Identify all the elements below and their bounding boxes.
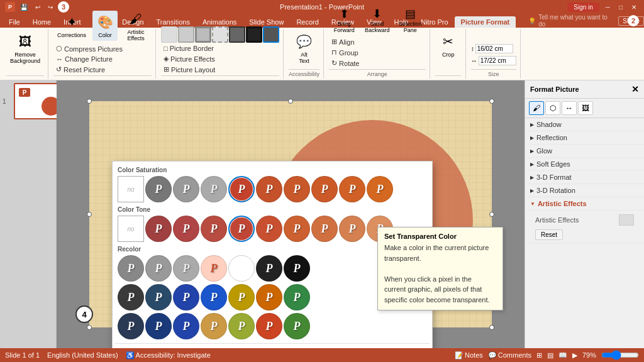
saturation-item-9[interactable]: P [367,176,393,202]
recolor-1-4[interactable]: P [201,255,227,282]
saturation-item-7[interactable]: P [311,176,338,202]
saturation-item-2[interactable]: P [173,176,199,202]
recolor-2-3[interactable]: P [173,284,199,310]
tab-record[interactable]: Record [290,16,325,28]
alt-text-btn[interactable]: 💬 AltText [292,30,317,68]
recolor-1-3[interactable]: P [173,255,199,282]
selection-handle-left[interactable] [87,212,92,217]
picture-layout-btn[interactable]: ⊞ Picture Layout [161,65,279,74]
tone-item-1[interactable]: P [145,216,172,242]
view-reading-btn[interactable]: 📖 [558,351,567,359]
recolor-3-2[interactable]: P [145,313,172,339]
selection-handle-bl[interactable] [87,325,92,330]
format-tab-image[interactable]: 🖼 [578,101,593,115]
recolor-3-4[interactable]: P [201,313,227,339]
preset-1[interactable] [161,26,177,43]
selection-handle-right[interactable] [489,212,494,217]
reflection-section[interactable]: ▶ Reflection [525,131,644,145]
saturation-item-5[interactable]: P [256,176,282,202]
notes-btn[interactable]: 📝 Notes [455,351,483,359]
tone-item-4[interactable]: P [228,216,255,242]
picture-border-btn[interactable]: □ Picture Border [161,44,279,53]
preset-3[interactable] [195,26,211,43]
recolor-2-6[interactable]: P [256,284,282,310]
tone-item-5[interactable]: P [256,216,282,242]
format-tab-size[interactable]: ↔ [562,101,577,115]
maximize-btn[interactable]: □ [616,4,625,11]
minimize-btn[interactable]: ─ [603,4,613,11]
3d-format-section[interactable]: ▶ 3-D Format [525,171,644,184]
soft-edges-section[interactable]: ▶ Soft Edges [525,158,644,171]
close-btn[interactable]: ✕ [629,4,639,11]
format-panel-close[interactable]: ✕ [631,84,639,94]
height-input[interactable] [475,44,513,53]
recolor-2-1[interactable]: P [118,284,144,310]
artistic-btn[interactable]: 🖌 ArtisticEffects [120,8,152,44]
saturation-item-4[interactable]: P [228,176,255,202]
align-btn[interactable]: ⊞ Align [329,37,426,47]
saturation-item-3[interactable]: P [201,176,227,202]
signin-button[interactable]: Sign in [567,3,599,12]
glow-section[interactable]: ▶ Glow [525,145,644,158]
more-variations-btn[interactable]: ▶ More Variations [115,344,430,348]
recolor-1-5[interactable] [228,255,255,282]
format-tab-paint[interactable]: 🖌 [529,101,544,115]
width-input[interactable] [479,56,516,65]
recolor-1-2[interactable]: P [145,255,172,282]
recolor-1-1[interactable]: P [118,255,144,282]
save-quick-btn[interactable]: 💾 [18,4,30,11]
view-normal-btn[interactable]: ⊞ [536,351,542,359]
3d-rotation-section[interactable]: ▶ 3-D Rotation [525,184,644,197]
recolor-2-7[interactable]: P [284,284,310,310]
tab-picture-format[interactable]: Picture Format [455,16,516,28]
tone-item-8[interactable]: P [339,216,365,242]
selection-handle-tl[interactable] [87,99,92,104]
recolor-3-3[interactable]: P [173,313,199,339]
remove-background-btn[interactable]: 🖼 RemoveBackground [6,30,44,74]
saturation-item-8[interactable]: P [339,176,365,202]
accessibility-status[interactable]: ♿ Accessibility: Investigate [126,351,211,359]
preset-7[interactable] [263,26,279,43]
color-btn[interactable]: 🎨 Color [92,11,118,41]
saturation-item-6[interactable]: P [284,176,310,202]
artistic-effects-preview[interactable] [619,214,634,226]
tone-item-7[interactable]: P [311,216,338,242]
recolor-3-6[interactable]: P [256,313,282,339]
rotate-btn[interactable]: ↻ Rotate [329,58,426,68]
send-backward-btn[interactable]: ⬇ SendBackward [362,4,393,36]
undo-btn[interactable]: ↩ [33,4,43,11]
selection-pane-btn[interactable]: ▤ SelectionPane [395,4,426,36]
picture-effects-btn[interactable]: ◈ Picture Effects [161,54,279,63]
tone-item-3[interactable]: P [201,216,227,242]
view-slide-btn[interactable]: ▤ [547,351,553,359]
recolor-2-2[interactable]: P [145,284,172,310]
compress-btn[interactable]: ⬡ Compress Pictures [53,44,152,53]
view-slideshow-btn[interactable]: ▶ [572,351,577,359]
recolor-1-6[interactable]: P [256,255,282,282]
shadow-section[interactable]: ▶ Shadow [525,118,644,131]
crop-btn[interactable]: ✂ Crop [436,30,461,74]
preset-5[interactable] [229,26,245,43]
recolor-3-7[interactable]: P [284,313,310,339]
bring-forward-btn[interactable]: ⬆ BringForward [329,4,360,36]
recolor-1-7[interactable]: P [284,255,310,282]
comments-btn[interactable]: 💬 Comments [488,351,531,359]
recolor-2-5[interactable]: P [228,284,255,310]
selection-handle-top[interactable] [288,99,293,104]
tell-me-text[interactable]: Tell me what you want to do [538,14,613,28]
selection-handle-tr[interactable] [489,99,494,104]
preset-2[interactable] [178,26,194,43]
recolor-3-1[interactable]: P [118,313,144,339]
no-saturation-item[interactable]: no [118,176,144,202]
tab-home[interactable]: Home [26,16,57,28]
reset-button[interactable]: Reset [535,229,563,240]
tone-item-6[interactable]: P [284,216,310,242]
recolor-3-5[interactable]: P [228,313,255,339]
reset-picture-btn[interactable]: ↺ Reset Picture [53,65,152,74]
format-tab-shape[interactable]: ⬡ [545,101,560,115]
preset-6[interactable] [246,26,262,43]
corrections-btn[interactable]: ✦ Corrections [53,11,90,41]
zoom-slider[interactable] [601,350,639,360]
tab-file[interactable]: File [3,16,26,28]
change-picture-btn[interactable]: ↔ Change Picture [53,55,152,63]
